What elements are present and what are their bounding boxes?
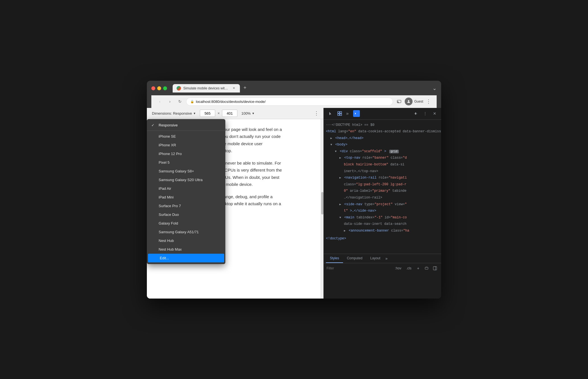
- cls-filter-button[interactable]: .cls: [405, 266, 413, 271]
- dimensions-dropdown-button[interactable]: Dimensions: Responsive ▼: [150, 110, 198, 117]
- tab-styles[interactable]: Styles: [326, 254, 343, 263]
- dropdown-item-samsung-a51[interactable]: Samsung Galaxy A51/71: [147, 228, 225, 236]
- html-line-body[interactable]: ▼ <body>: [324, 142, 441, 148]
- elements-icon-button[interactable]: [335, 109, 344, 118]
- cast-icon[interactable]: [395, 98, 403, 105]
- close-button[interactable]: [151, 86, 155, 90]
- zoom-arrow-icon: ▼: [252, 112, 254, 115]
- dropdown-item-nest-hub[interactable]: Nest Hub: [147, 236, 225, 245]
- html-line-side-nav[interactable]: ▶ <side-nav type="project" view=": [324, 201, 441, 208]
- html-line-nav-rail[interactable]: ▶ <navigation-rail role="navigati: [324, 175, 441, 181]
- dropdown-item-responsive[interactable]: ✓ Responsive: [147, 121, 225, 130]
- tab-bar: Simulate mobile devices with D ✕ + ⌄: [173, 84, 437, 93]
- url-bar[interactable]: 🔒 localhost:8080/docs/devtools/device-mo…: [186, 98, 393, 106]
- html-line-head[interactable]: ▶ <head>…</head>: [324, 135, 441, 142]
- dropdown-item-label: Edit...: [160, 256, 169, 260]
- devtools-header: » ⋮ ✕: [324, 108, 441, 120]
- html-line-doctype[interactable]: ···<!DOCTYPE html> == $0: [324, 122, 441, 129]
- dropdown-item-iphone-se[interactable]: iPhone SE: [147, 132, 225, 141]
- dropdown-item-label: Samsung Galaxy A51/71: [159, 230, 199, 234]
- html-line-html[interactable]: <html lang="en" data-cookies-accepted da…: [324, 128, 441, 135]
- dropdown-item-ipad-mini[interactable]: iPad Mini: [147, 193, 225, 202]
- svg-rect-9: [433, 266, 437, 270]
- dropdown-item-pixel-5[interactable]: Pixel 5: [147, 158, 225, 167]
- collapse-icon: ▶: [344, 228, 347, 234]
- dropdown-item-label: Surface Pro 7: [159, 204, 181, 208]
- expand-icon: ▼: [330, 142, 333, 147]
- tab-close-button[interactable]: ✕: [232, 86, 236, 91]
- browser-window: Simulate mobile devices with D ✕ + ⌄ ‹ ›…: [147, 81, 441, 299]
- tab-title: Simulate mobile devices with D: [183, 86, 229, 90]
- toggle-sidebar-button[interactable]: [432, 265, 438, 272]
- dropdown-divider: [147, 131, 225, 131]
- collapse-icon: ▶: [330, 136, 333, 141]
- dropdown-item-edit[interactable]: Edit...: [148, 254, 224, 262]
- tab-computed[interactable]: Computed: [343, 254, 366, 263]
- reload-button[interactable]: ↻: [176, 98, 184, 105]
- html-line-announcement[interactable]: ▶ <announcement-banner class="ha: [324, 228, 441, 234]
- dimensions-label: Dimensions: Responsive: [152, 111, 192, 115]
- dropdown-item-label: iPad Air: [159, 186, 171, 191]
- svg-rect-5: [340, 114, 342, 115]
- dropdown-item-samsung-s8[interactable]: Samsung Galaxy S8+: [147, 167, 225, 175]
- html-line-main[interactable]: ▼ <main tabindex="-1" id="main-co: [324, 214, 441, 221]
- settings-icon-button[interactable]: [411, 109, 420, 118]
- html-tree: ···<!DOCTYPE html> == $0 <html lang="en"…: [324, 120, 441, 254]
- inspector-icon-button[interactable]: [326, 109, 334, 118]
- active-tab[interactable]: Simulate mobile devices with D ✕: [173, 84, 240, 93]
- height-input[interactable]: [222, 110, 237, 117]
- html-line-nav-rail-cont2: 0" aria-label="primary" tabinde: [324, 188, 441, 195]
- dimensions-arrow-icon: ▼: [193, 112, 196, 115]
- device-dropdown-menu: ✓ Responsive iPhone SE iPhone XR iPh: [147, 119, 225, 264]
- dropdown-item-label: iPhone 12 Pro: [159, 152, 182, 156]
- devtools-content: Dimensions: Responsive ▼ × 100% ▼ ⋮ ✓ Re…: [147, 108, 441, 299]
- dropdown-item-surface-duo[interactable]: Surface Duo: [147, 210, 225, 219]
- devtools-close-button[interactable]: ✕: [430, 109, 439, 118]
- collapse-icon: ▶: [339, 156, 342, 161]
- html-line-nav-rail-cont: class="lg:pad-left-200 lg:pad-r: [324, 181, 441, 188]
- zoom-dropdown-button[interactable]: 100% ▼: [240, 110, 256, 117]
- console-icon-button[interactable]: [353, 110, 360, 117]
- svg-rect-3: [340, 112, 342, 113]
- page-scrollbar[interactable]: [321, 119, 323, 299]
- toolbar-more-button[interactable]: ⋮: [313, 110, 320, 116]
- dropdown-item-ipad-air[interactable]: iPad Air: [147, 184, 225, 193]
- profile-button[interactable]: [405, 98, 413, 105]
- dropdown-item-label: Samsung Galaxy S20 Ultra: [159, 178, 203, 182]
- forward-button[interactable]: ›: [166, 98, 174, 105]
- dropdown-item-galaxy-fold[interactable]: Galaxy Fold: [147, 219, 225, 228]
- html-line-top-nav[interactable]: ▶ <top-nav role="banner" class="d: [324, 155, 441, 161]
- dropdown-item-iphone-xr[interactable]: iPhone XR: [147, 141, 225, 149]
- back-button[interactable]: ‹: [156, 98, 164, 105]
- maximize-button[interactable]: [163, 86, 167, 90]
- dropdown-item-label: Responsive: [159, 123, 178, 127]
- devtools-panel-more-button[interactable]: »: [345, 111, 350, 116]
- minimize-button[interactable]: [157, 86, 161, 90]
- styles-filter-input[interactable]: [327, 266, 392, 270]
- html-line-scaffold[interactable]: ▼ <div class="scaffold" > grid: [324, 148, 441, 155]
- tab-layout[interactable]: Layout: [366, 254, 384, 263]
- html-line-main-cont: data-side-nav-inert data-search: [324, 221, 441, 228]
- dropdown-item-label: iPad Mini: [159, 195, 173, 199]
- html-line-side-nav-end: t" >…</side-nav>: [324, 208, 441, 214]
- styles-tabs-more-button[interactable]: »: [385, 256, 388, 261]
- tab-menu-button[interactable]: ⌄: [432, 85, 437, 91]
- force-state-button[interactable]: [423, 265, 430, 272]
- dropdown-item-samsung-s20[interactable]: Samsung Galaxy S20 Ultra: [147, 175, 225, 184]
- dropdown-item-label: Nest Hub Max: [159, 247, 182, 251]
- devtools-more-button[interactable]: ⋮: [421, 109, 429, 118]
- browser-menu-button[interactable]: ⋮: [425, 98, 432, 105]
- profile-label: Guest: [414, 100, 423, 103]
- new-tab-button[interactable]: +: [241, 84, 249, 92]
- dropdown-item-label: Galaxy Fold: [159, 221, 178, 225]
- html-line-doctype-end[interactable]: <!doctype>: [324, 235, 441, 242]
- width-input[interactable]: [200, 110, 215, 117]
- svg-rect-2: [338, 112, 339, 113]
- hov-filter-button[interactable]: :hov: [393, 266, 403, 271]
- lock-icon: 🔒: [190, 100, 194, 103]
- add-style-button[interactable]: +: [415, 265, 422, 272]
- dropdown-item-surface-pro[interactable]: Surface Pro 7: [147, 202, 225, 210]
- dropdown-item-iphone-12-pro[interactable]: iPhone 12 Pro: [147, 149, 225, 158]
- devtools-panel: » ⋮ ✕ ···<!DOCTYPE html> == $0: [323, 108, 441, 299]
- dropdown-item-nest-hub-max[interactable]: Nest Hub Max: [147, 245, 225, 254]
